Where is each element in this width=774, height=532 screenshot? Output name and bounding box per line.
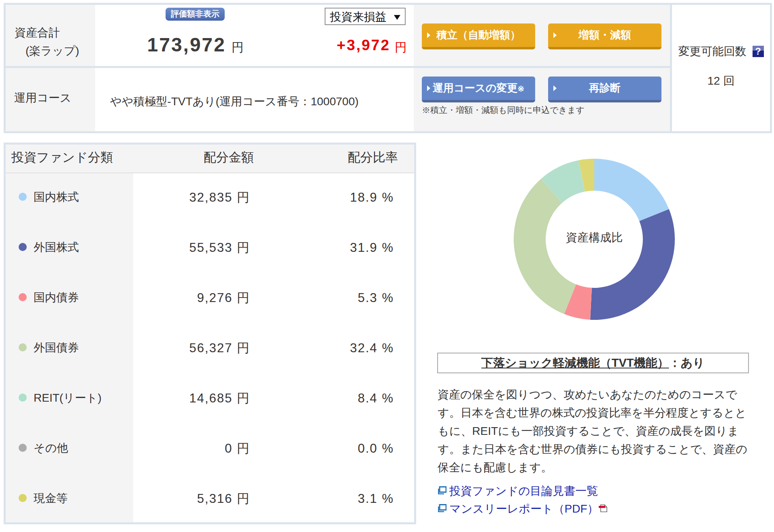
course-description: 資産の保全を図りつつ、攻めたいあなたのためのコースです。日本を含む世界の株式の投… <box>438 385 747 477</box>
table-row: 外国株式55,533 円31.9 % <box>6 223 414 274</box>
change-count-line: 変更可能回数? <box>672 44 770 59</box>
category-color-dot <box>19 394 27 402</box>
profit-period-value: 投資来損益 <box>330 11 387 23</box>
allocation-amount: 55,533 円 <box>88 241 250 254</box>
table-row: REIT(リート)14,685 円8.4 % <box>6 374 414 424</box>
rediagnosis-button[interactable]: 再診断 <box>548 77 661 102</box>
allocation-table-header: 投資ファンド分類 配分金額 配分比率 <box>6 145 414 173</box>
category-color-dot <box>19 243 27 251</box>
profit-amount-unit: 円 <box>395 41 407 53</box>
course-row: 運用コース やや積極型-TVTあり(運用コース番号：1000700) 運用コース… <box>6 68 670 131</box>
tvt-feature-link[interactable]: 下落ショック軽減機能（TVT機能） <box>481 356 669 369</box>
course-label: 運用コース <box>14 92 71 104</box>
course-note: ※積立・増額・減額も同時に申込できます <box>422 104 585 116</box>
category-color-dot <box>19 193 27 201</box>
external-window-icon <box>438 504 447 513</box>
allocation-amount: 56,327 円 <box>88 341 250 355</box>
icon-front-window-shape <box>440 487 446 492</box>
increase-decrease-button-label: 増額・減額 <box>578 29 631 41</box>
description-line: 資産の保全を図りつつ、攻めたいあなたのためのコースで <box>438 385 747 404</box>
reserve-button[interactable]: 積立（自動増額） <box>422 23 535 49</box>
profit-period-select[interactable]: 投資来損益 <box>325 8 406 25</box>
header-allocation-amount: 配分金額 <box>142 151 316 164</box>
asset-total-label-line2: (楽ラップ) <box>15 42 79 60</box>
donut-segment-外国株式 <box>590 209 675 320</box>
category-label: 国内債券 <box>34 292 79 304</box>
asset-total-label-cell: 資産合計 (楽ラップ) <box>6 5 95 66</box>
help-icon[interactable]: ? <box>753 46 764 57</box>
category-color-dot <box>19 293 27 301</box>
category-label: 国内株式 <box>34 191 79 203</box>
category-color-dot <box>19 444 27 452</box>
allocation-amount: 32,835 円 <box>88 191 250 204</box>
course-buttons-cell: 運用コースの変更※ 再診断 ※積立・増額・減額も同時に申込できます <box>414 68 670 131</box>
arrow-right-icon <box>427 32 430 38</box>
asset-buttons-cell: 積立（自動増額） 増額・減額 <box>414 5 670 66</box>
table-row: 外国債券56,327 円32.4 % <box>6 324 414 374</box>
allocation-ratio: 0.0 % <box>232 442 394 455</box>
allocation-ratio: 32.4 % <box>232 341 394 355</box>
donut-center-label: 資産構成比 <box>513 232 675 243</box>
hide-valuation-button[interactable]: 評価額非表示 <box>166 8 225 21</box>
course-change-button-label: 運用コースの変更 <box>433 82 518 94</box>
icon-page-shape <box>601 505 607 512</box>
monthly-report-link-label: マンスリーレポート（PDF） <box>449 501 599 517</box>
allocation-amount: 5,316 円 <box>88 492 250 505</box>
external-window-icon <box>438 486 447 495</box>
allocation-table-body: 国内株式32,835 円18.9 %外国株式55,533 円31.9 %国内債券… <box>6 173 414 522</box>
category-color-dot <box>19 343 27 351</box>
table-row: 現金等5,316 円3.1 % <box>6 475 414 522</box>
reserve-button-label: 積立（自動増額） <box>436 29 521 41</box>
allocation-ratio: 3.1 % <box>232 492 394 505</box>
description-line: す。日本を含む世界の株式の投資比率を半分程度とするとと <box>438 404 747 422</box>
course-value-cell: やや積極型-TVTあり(運用コース番号：1000700) <box>95 68 414 131</box>
asset-total-label-line1: 資産合計 <box>15 23 79 42</box>
allocation-ratio: 31.9 % <box>232 241 394 254</box>
course-change-button-mark: ※ <box>518 84 525 93</box>
category-label: 外国債券 <box>34 342 79 354</box>
course-value: やや積極型-TVTあり(運用コース番号：1000700) <box>110 96 359 108</box>
category-label: 現金等 <box>34 492 68 504</box>
change-count-value: 12 回 <box>672 73 770 89</box>
asset-total-value-cell: 評価額非表示 173,972 円 投資来損益 +3,972 円 <box>95 5 414 66</box>
donut-segment-国内株式 <box>594 159 669 221</box>
asset-total-label: 資産合計 (楽ラップ) <box>15 23 79 60</box>
increase-decrease-button[interactable]: 増額・減額 <box>548 23 661 49</box>
asset-total-row: 資産合計 (楽ラップ) 評価額非表示 173,972 円 投資来損益 +3,97… <box>6 5 670 66</box>
total-amount-unit: 円 <box>232 41 244 53</box>
table-row: その他0 円0.0 % <box>6 424 414 475</box>
icon-front-window-shape <box>440 505 446 510</box>
category-color-dot <box>19 494 27 502</box>
tvt-feature-box: 下落ショック軽減機能（TVT機能）：あり <box>437 353 749 373</box>
arrow-right-icon <box>427 85 430 91</box>
category-label: その他 <box>34 442 68 454</box>
header-allocation-ratio: 配分比率 <box>327 151 419 164</box>
allocation-amount: 9,276 円 <box>88 291 250 304</box>
course-label-cell: 運用コース <box>6 68 95 131</box>
allocation-ratio: 18.9 % <box>232 191 394 204</box>
select-arrow-icon <box>394 15 400 20</box>
arrow-right-icon <box>553 32 557 38</box>
pdf-file-icon <box>599 504 607 512</box>
description-line: す。また日本を含む世界の債券にも投資することで、資産の <box>438 440 747 458</box>
page: 資産合計 (楽ラップ) 評価額非表示 173,972 円 投資来損益 +3,97… <box>0 0 774 532</box>
header-fund-category: 投資ファンド分類 <box>11 151 113 164</box>
description-line: もに、REITにも一部投資することで、資産の成長を図りま <box>438 422 747 440</box>
change-count-label: 変更可能回数 <box>678 45 746 57</box>
description-line: 保全にも配慮します。 <box>438 458 747 477</box>
allocation-ratio: 5.3 % <box>232 291 394 304</box>
allocation-amount: 14,685 円 <box>88 392 250 405</box>
allocation-table: 投資ファンド分類 配分金額 配分比率 国内株式32,835 円18.9 %外国株… <box>4 143 416 524</box>
arrow-right-icon <box>553 85 557 91</box>
allocation-amount: 0 円 <box>88 442 250 455</box>
tvt-feature-status: ：あり <box>669 356 705 369</box>
prospectus-link-label: 投資ファンドの目論見書一覧 <box>449 483 598 499</box>
course-change-button[interactable]: 運用コースの変更※ <box>422 77 535 102</box>
summary-box: 資産合計 (楽ラップ) 評価額非表示 173,972 円 投資来損益 +3,97… <box>4 3 672 133</box>
table-row: 国内株式32,835 円18.9 % <box>6 173 414 223</box>
icon-red-bar-shape <box>599 506 605 508</box>
rediagnosis-button-label: 再診断 <box>589 82 621 94</box>
allocation-ratio: 8.4 % <box>232 392 394 405</box>
total-amount: 173,972 <box>95 35 226 55</box>
category-label: 外国株式 <box>34 241 79 253</box>
